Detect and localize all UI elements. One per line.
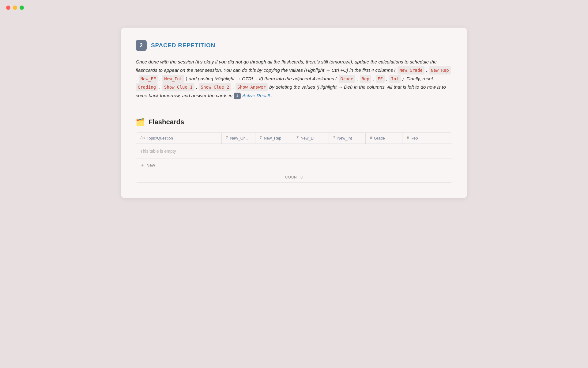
new-row-label: New (146, 163, 155, 168)
page-wrapper: 2 SPACED REPETITION Once done with the s… (0, 0, 588, 368)
tag-rep: Rep (360, 75, 371, 83)
col-header-rep: # Rep (402, 133, 439, 144)
col-label-newef: New_EF (300, 136, 316, 140)
body-comma-2: , (136, 76, 138, 81)
col-header-newgr: Σ New_Gr... (222, 133, 255, 144)
tag-new-rep: New_Rep (429, 66, 451, 75)
col-header-grade: # Grade (366, 133, 402, 144)
section-title: SPACED REPETITION (151, 42, 215, 49)
tag-new-int: New_Int (162, 75, 184, 83)
tag-show-clue-2: Show Clue 2 (199, 83, 231, 91)
traffic-light-red[interactable] (6, 6, 10, 10)
count-label: COUNT (285, 175, 299, 179)
body-period: . (271, 93, 272, 98)
tag-new-grade: New_Grade (398, 66, 424, 75)
col-label-grade: Grade (374, 136, 385, 140)
col-icon-hash-1: # (370, 136, 372, 140)
tag-grading: Grading (136, 83, 158, 91)
tag-new-ef: New_EF (139, 75, 158, 83)
table-count: COUNT 0 (136, 172, 452, 182)
table-empty-message: This table is empty (136, 144, 452, 159)
col-header-newrep: Σ New_Rep (255, 133, 292, 144)
active-recall-badge: 1 (234, 93, 241, 99)
col-header-newef: Σ New_EF (292, 133, 329, 144)
col-icon-sigma-1: Σ (226, 136, 228, 140)
section-divider (136, 109, 452, 109)
body-comma-4: , (357, 76, 360, 81)
body-comma-3: , (160, 76, 162, 81)
col-icon-sigma-4: Σ (333, 136, 335, 140)
col-label-rep: Rep (411, 136, 418, 140)
body-text-p1-mid: ) and pasting (Highlight → CTRL +V) them… (186, 76, 337, 81)
tag-show-answer: Show Answer (236, 83, 268, 91)
section-number: 2 (136, 40, 147, 51)
tag-grade: Grade (339, 75, 355, 83)
col-icon-text: Aa (140, 136, 145, 140)
col-label-newint: New_Int (337, 136, 352, 140)
body-comma-6: , (386, 76, 389, 81)
traffic-lights (0, 0, 30, 15)
body-comma-7: , (159, 84, 162, 90)
table-new-row[interactable]: ＋ New (136, 159, 452, 172)
col-header-newint: Σ New_Int (329, 133, 366, 144)
col-label-newrep: New_Rep (264, 136, 281, 140)
table-header: Aa Topic/Question Σ New_Gr... Σ New_Rep … (136, 133, 452, 144)
col-icon-sigma-2: Σ (260, 136, 262, 140)
section-header: 2 SPACED REPETITION (136, 40, 452, 51)
active-recall-link[interactable]: Active Recall (242, 93, 270, 98)
tag-show-clue-1: Show Clue 1 (162, 83, 194, 91)
body-comma-5: , (373, 76, 375, 81)
flashcards-title: Flashcards (149, 118, 184, 126)
flashcards-header: 🗂️ Flashcards (136, 118, 452, 126)
tag-int: Int (389, 75, 401, 83)
col-icon-sigma-3: Σ (296, 136, 299, 140)
new-row-plus-icon: ＋ (140, 163, 145, 168)
tag-ef: EF (376, 75, 385, 83)
content-card: 2 SPACED REPETITION Once done with the s… (121, 28, 467, 198)
col-label-newgr: New_Gr... (230, 136, 248, 140)
col-icon-hash-2: # (407, 136, 409, 140)
body-comma-8: , (196, 84, 199, 90)
flashcards-table: Aa Topic/Question Σ New_Gr... Σ New_Rep … (136, 132, 452, 183)
count-value: 0 (300, 175, 303, 179)
body-text-p1-before: Once done with the session (it's okay if… (136, 59, 437, 73)
col-label-topic: Topic/Question (147, 136, 173, 140)
body-text: Once done with the session (it's okay if… (136, 58, 452, 100)
col-header-topic: Aa Topic/Question (136, 133, 222, 144)
body-text-end-before: ). Finally, reset (402, 76, 433, 81)
body-comma-1: , (426, 67, 429, 73)
traffic-light-green[interactable] (20, 6, 24, 10)
flashcards-icon: 🗂️ (136, 118, 145, 126)
body-comma-9: , (233, 84, 236, 90)
traffic-light-yellow[interactable] (13, 6, 17, 10)
